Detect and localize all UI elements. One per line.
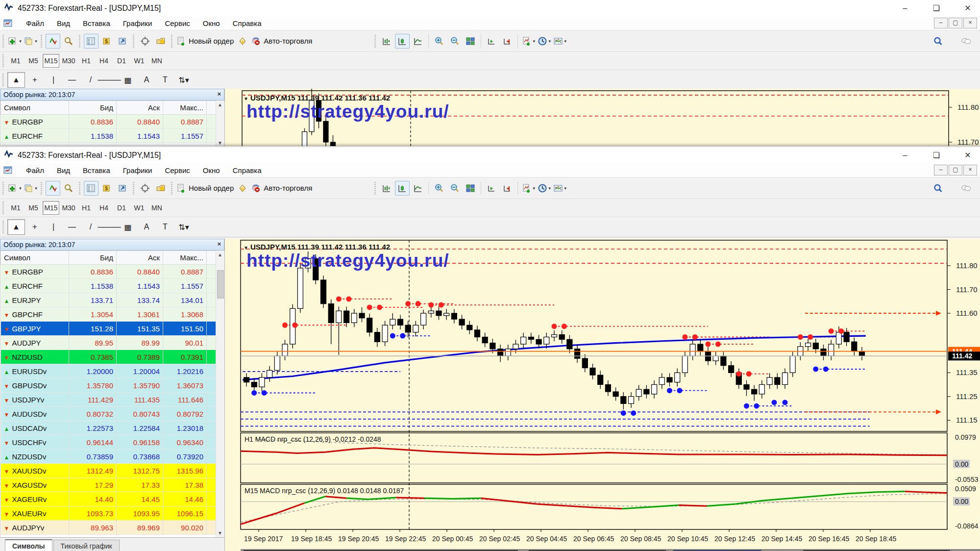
- tile-windows-button[interactable]: [463, 34, 478, 49]
- auto-scroll-button[interactable]: [484, 181, 499, 196]
- close-button[interactable]: ✕: [960, 150, 975, 160]
- periods-button[interactable]: ▾: [537, 181, 551, 196]
- market-watch-button[interactable]: [84, 181, 98, 196]
- quote-row[interactable]: ▼XAUUSDv1312.491312.751315.961309.65: [1, 464, 225, 478]
- scrollbar[interactable]: ▲▼: [216, 100, 224, 147]
- mdi-close-button[interactable]: ×: [963, 18, 977, 28]
- quote-row[interactable]: ▼EURGBP0.88360.88400.88870.8825: [1, 265, 225, 279]
- timeframe-button-m30[interactable]: M30: [60, 201, 77, 215]
- toolbar-grip[interactable]: [78, 182, 82, 195]
- tick-chart-button[interactable]: [46, 181, 60, 196]
- minimize-button[interactable]: –: [898, 151, 912, 160]
- profiles-button[interactable]: ▾: [23, 34, 38, 49]
- quote-row[interactable]: ▼AUDJPY89.9589.9990.0189.22: [1, 336, 225, 350]
- column-header-ask[interactable]: Аск: [117, 251, 163, 265]
- close-icon[interactable]: ×: [217, 240, 221, 248]
- fibo-tool-button[interactable]: ⸻: [100, 72, 118, 88]
- templates-button[interactable]: ▾: [552, 34, 567, 49]
- menu-item-help[interactable]: Справка: [226, 17, 268, 29]
- menu-item-insert[interactable]: Вставка: [76, 17, 117, 29]
- column-header-ask[interactable]: Аск: [117, 101, 163, 115]
- restore-button[interactable]: ❏: [929, 3, 944, 13]
- toolbar-grip[interactable]: [1, 182, 5, 195]
- scroll-up-icon[interactable]: ▲: [216, 100, 224, 109]
- label-tool-button[interactable]: T: [156, 72, 174, 88]
- timeframe-button-m1[interactable]: M1: [7, 201, 24, 215]
- mdi-restore-button[interactable]: ▢: [949, 18, 962, 28]
- shapes-tool-button[interactable]: ⇅▾: [175, 72, 193, 88]
- menu-item-window[interactable]: Окно: [196, 17, 226, 29]
- quote-row[interactable]: ▼XAGEURv14.4014.4514.4614.36: [1, 492, 225, 506]
- chart-bars-button[interactable]: [379, 181, 394, 196]
- quote-row[interactable]: ▼GBPCHF1.30541.30611.30681.2973: [1, 307, 225, 322]
- zoom-in-button[interactable]: [432, 34, 446, 49]
- quote-row[interactable]: ▼XAUEURv1093.731093.951096.151091.47: [1, 506, 225, 521]
- quote-row[interactable]: ▼GBPUSDv1.357801.357901.360731.34920: [1, 378, 225, 393]
- column-header-bid[interactable]: Бид: [69, 251, 117, 265]
- timeframe-button-w1[interactable]: W1: [131, 54, 147, 68]
- navigator-button[interactable]: [115, 181, 130, 196]
- data-window-button[interactable]: $: [99, 34, 114, 49]
- scrollbar[interactable]: ▲▼: [216, 250, 224, 537]
- toolbar-grip[interactable]: [40, 182, 44, 195]
- indicators-button[interactable]: ▾: [521, 34, 536, 49]
- chat-button[interactable]: [959, 181, 974, 196]
- quote-row[interactable]: ▼GBPJPY151.28151.35151.50150.45: [1, 322, 225, 336]
- crosshair-tool-button[interactable]: +: [26, 72, 44, 88]
- chevron-down-icon[interactable]: ▼: [244, 245, 248, 250]
- column-header-symbol[interactable]: Символ: [1, 251, 69, 265]
- toolbar-grip[interactable]: [170, 182, 174, 195]
- chart-candles-button[interactable]: [395, 181, 410, 196]
- hline-tool-button[interactable]: —: [63, 72, 81, 88]
- column-header-high[interactable]: Макс...: [163, 251, 207, 265]
- chart-bars-button[interactable]: [379, 34, 394, 49]
- text-tool-button[interactable]: A: [138, 219, 155, 235]
- timeframe-button-m1[interactable]: M1: [7, 54, 24, 68]
- timeframe-button-mn[interactable]: MN: [148, 201, 165, 215]
- menu-item-charts[interactable]: Графики: [117, 17, 159, 29]
- quote-row[interactable]: ▼AUDUSDv0.807320.807430.807920.79991: [1, 407, 225, 421]
- menu-item-service[interactable]: Сервис: [158, 17, 196, 29]
- menu-item-service[interactable]: Сервис: [158, 164, 196, 176]
- quote-row[interactable]: ▼NZDUSD0.73850.73890.73910.7302: [1, 350, 225, 364]
- crosshair-target-button[interactable]: [138, 34, 152, 49]
- search-button[interactable]: [931, 181, 945, 196]
- trend-tool-button[interactable]: /: [82, 72, 99, 88]
- toolbar-grip[interactable]: [373, 182, 377, 195]
- shapes-tool-button[interactable]: ⇅▾: [175, 219, 193, 235]
- quote-row[interactable]: ▼USDCHFv0.961440.961580.963400.95943: [1, 435, 225, 450]
- quote-row[interactable]: ▲EURUSDv1.200001.200041.202161.19838: [1, 364, 225, 378]
- search-button[interactable]: [931, 34, 945, 49]
- crosshair-target-button[interactable]: [138, 181, 152, 196]
- periods-button[interactable]: ▾: [537, 34, 551, 49]
- toolbar-grip[interactable]: [40, 35, 44, 48]
- timeframe-button-mn[interactable]: MN: [148, 54, 165, 68]
- mdi-close-button[interactable]: ×: [963, 165, 977, 175]
- fibo-tool-button[interactable]: ⸻: [100, 219, 118, 235]
- indicators-button[interactable]: ▾: [521, 181, 536, 196]
- tick-chart-button[interactable]: [46, 34, 60, 49]
- chart-shift-button[interactable]: [500, 181, 514, 196]
- toolbar-grip[interactable]: [170, 35, 174, 48]
- quote-row[interactable]: ▼AUDJPYv89.96389.96990.02089.226: [1, 521, 225, 535]
- chart-line-button[interactable]: [411, 181, 425, 196]
- quote-row[interactable]: ▼USDJPYv111.429111.435111.646111.233: [1, 393, 225, 407]
- metaeditor-button[interactable]: [235, 34, 250, 49]
- timeframe-button-m30[interactable]: M30: [60, 54, 77, 68]
- zoom-out-button[interactable]: [447, 181, 462, 196]
- grid-tool-button[interactable]: ▦: [119, 219, 137, 235]
- quote-row[interactable]: ▼XAGUSDv17.2917.3317.3817.23: [1, 478, 225, 492]
- scroll-down-icon[interactable]: ▼: [216, 529, 224, 537]
- chart-line-button[interactable]: [411, 34, 425, 49]
- timeframe-button-h1[interactable]: H1: [78, 54, 95, 68]
- menu-item-insert[interactable]: Вставка: [76, 164, 117, 176]
- crosshair-tool-button[interactable]: +: [26, 219, 44, 235]
- grid-tool-button[interactable]: ▦: [119, 72, 137, 88]
- menu-item-view[interactable]: Вид: [50, 17, 76, 29]
- templates-button[interactable]: ▾: [552, 181, 567, 196]
- toolbar-grip[interactable]: [373, 35, 377, 48]
- navigator-button[interactable]: [115, 34, 130, 49]
- menu-item-file[interactable]: Файл: [20, 17, 50, 29]
- label-tool-button[interactable]: T: [156, 219, 174, 235]
- menu-item-file[interactable]: Файл: [20, 164, 50, 176]
